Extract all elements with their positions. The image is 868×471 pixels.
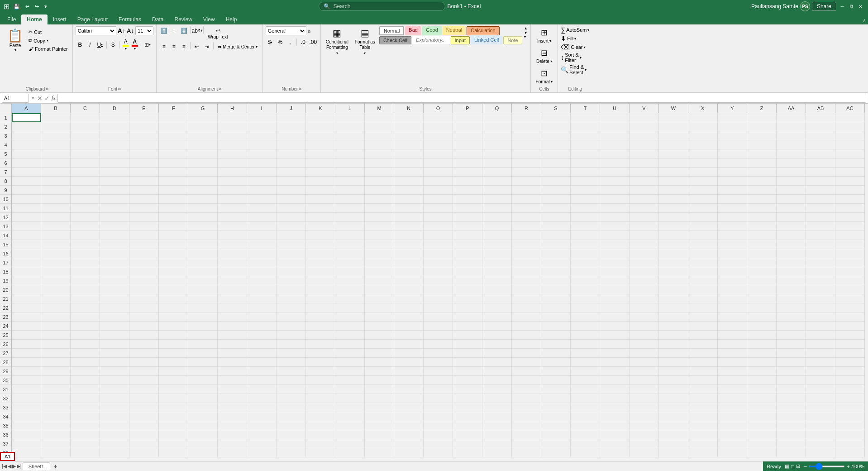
cell-V13[interactable] <box>630 222 659 231</box>
cell-X37[interactable] <box>688 439 718 448</box>
fill-color-arrow[interactable]: ▾ <box>125 47 127 51</box>
cell-H27[interactable] <box>218 349 247 358</box>
col-header-AA[interactable]: AA <box>777 104 806 113</box>
cell-B23[interactable] <box>41 312 71 322</box>
cell-O7[interactable] <box>424 168 453 177</box>
cell-P21[interactable] <box>453 294 482 303</box>
cell-J38[interactable] <box>277 448 306 457</box>
styles-scroll-down-icon[interactable]: ▼ <box>524 31 528 35</box>
cell-D13[interactable] <box>100 222 129 231</box>
cell-U23[interactable] <box>600 312 630 322</box>
cell-L3[interactable] <box>335 131 365 140</box>
cell-R15[interactable] <box>512 240 541 249</box>
cell-AA23[interactable] <box>777 312 806 322</box>
cell-T15[interactable] <box>571 240 600 249</box>
cell-G17[interactable] <box>188 258 218 267</box>
cell-J37[interactable] <box>277 439 306 448</box>
cell-P33[interactable] <box>453 403 482 412</box>
col-header-W[interactable]: W <box>659 104 688 113</box>
cell-Y19[interactable] <box>718 276 747 285</box>
cell-V34[interactable] <box>630 412 659 421</box>
cell-P35[interactable] <box>453 421 482 430</box>
cell-Q19[interactable] <box>482 276 512 285</box>
underline-button[interactable]: U▾ <box>95 40 105 49</box>
cell-C27[interactable] <box>71 349 100 358</box>
col-header-M[interactable]: M <box>365 104 394 113</box>
cell-C37[interactable] <box>71 439 100 448</box>
style-input[interactable]: Input <box>451 36 470 44</box>
cell-H38[interactable] <box>218 448 247 457</box>
cell-G28[interactable] <box>188 358 218 367</box>
cell-X19[interactable] <box>688 276 718 285</box>
cell-C25[interactable] <box>71 331 100 340</box>
cell-K15[interactable] <box>306 240 335 249</box>
cell-W20[interactable] <box>659 285 688 294</box>
row-header-24[interactable]: 24 <box>0 322 12 331</box>
cell-O22[interactable] <box>424 303 453 312</box>
cell-T19[interactable] <box>571 276 600 285</box>
cell-E23[interactable] <box>129 312 159 322</box>
cell-Y14[interactable] <box>718 231 747 240</box>
cell-AC38[interactable] <box>835 448 865 457</box>
cell-R17[interactable] <box>512 258 541 267</box>
cell-P29[interactable] <box>453 367 482 376</box>
cell-AB20[interactable] <box>806 285 835 294</box>
scroll-next-tab-icon[interactable]: ▶ <box>12 463 16 469</box>
cell-D28[interactable] <box>100 358 129 367</box>
cell-X23[interactable] <box>688 312 718 322</box>
cell-Z24[interactable] <box>747 322 777 331</box>
cell-M22[interactable] <box>365 303 394 312</box>
cell-J8[interactable] <box>277 177 306 186</box>
cell-N32[interactable] <box>394 394 424 403</box>
share-button[interactable]: Share <box>812 2 836 11</box>
cell-AC27[interactable] <box>835 349 865 358</box>
cell-AA17[interactable] <box>777 258 806 267</box>
cell-B31[interactable] <box>41 385 71 394</box>
cell-E13[interactable] <box>129 222 159 231</box>
cell-F26[interactable] <box>159 340 188 349</box>
cell-E37[interactable] <box>129 439 159 448</box>
cell-Y38[interactable] <box>718 448 747 457</box>
cell-P36[interactable] <box>453 430 482 439</box>
cell-C16[interactable] <box>71 249 100 258</box>
cell-F17[interactable] <box>159 258 188 267</box>
cell-M24[interactable] <box>365 322 394 331</box>
cell-F36[interactable] <box>159 430 188 439</box>
cell-O14[interactable] <box>424 231 453 240</box>
cell-L19[interactable] <box>335 276 365 285</box>
cell-B20[interactable] <box>41 285 71 294</box>
delete-arrow[interactable]: ▾ <box>550 59 552 63</box>
cell-AC7[interactable] <box>835 168 865 177</box>
cell-L4[interactable] <box>335 140 365 149</box>
cell-C12[interactable] <box>71 213 100 222</box>
cell-O38[interactable] <box>424 448 453 457</box>
col-header-H[interactable]: H <box>218 104 247 113</box>
cell-AA11[interactable] <box>777 204 806 213</box>
cell-C2[interactable] <box>71 122 100 131</box>
cell-B29[interactable] <box>41 367 71 376</box>
row-header-6[interactable]: 6 <box>0 159 12 168</box>
cell-K9[interactable] <box>306 186 335 195</box>
cell-H37[interactable] <box>218 439 247 448</box>
cell-X2[interactable] <box>688 122 718 131</box>
cell-G7[interactable] <box>188 168 218 177</box>
cell-A21[interactable] <box>12 294 41 303</box>
cell-U7[interactable] <box>600 168 630 177</box>
styles-scroll-up-icon[interactable]: ▲ <box>524 26 528 31</box>
cell-L27[interactable] <box>335 349 365 358</box>
cell-M32[interactable] <box>365 394 394 403</box>
cell-Z14[interactable] <box>747 231 777 240</box>
cell-O4[interactable] <box>424 140 453 149</box>
cell-Q16[interactable] <box>482 249 512 258</box>
cell-E31[interactable] <box>129 385 159 394</box>
cell-J6[interactable] <box>277 159 306 168</box>
row-header-1[interactable]: 1 <box>0 113 12 122</box>
cell-D38[interactable] <box>100 448 129 457</box>
cell-Q34[interactable] <box>482 412 512 421</box>
cell-N4[interactable] <box>394 140 424 149</box>
cell-N1[interactable] <box>394 113 424 122</box>
cell-F21[interactable] <box>159 294 188 303</box>
cell-L35[interactable] <box>335 421 365 430</box>
tab-review[interactable]: Review <box>169 14 197 24</box>
cell-AC16[interactable] <box>835 249 865 258</box>
